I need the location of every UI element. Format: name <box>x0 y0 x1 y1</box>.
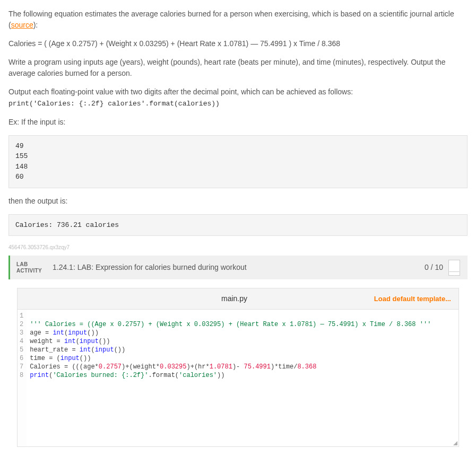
resize-handle-icon[interactable] <box>453 441 457 445</box>
problem-instructions: The following equation estimates the ave… <box>8 8 468 236</box>
line-number-gutter: 1 2 3 4 5 6 7 8 <box>18 310 27 446</box>
code-line: print('Calories burned: {:.2f}'.format('… <box>30 372 224 379</box>
intro-suffix: ): <box>33 21 38 29</box>
output-code-example: print('Calories: {:.2f} calories'.format… <box>8 100 220 108</box>
code-content[interactable]: ''' Calories = ((Age x 0.2757) + (Weight… <box>27 310 458 446</box>
lab-body: main.py Load default template... 1 2 3 4… <box>8 279 468 457</box>
task-text: Write a program using inputs age (years)… <box>8 57 468 79</box>
code-line: heart_rate = int(input()) <box>30 346 125 354</box>
code-line: ''' Calories = ((Age x 0.2757) + (Weight… <box>30 321 431 328</box>
score-badge-icon <box>448 260 460 276</box>
editor-header: main.py Load default template... <box>17 288 459 309</box>
example-output-block: Calories: 736.21 calories <box>8 214 468 236</box>
example-input-label: Ex: If the input is: <box>8 117 468 128</box>
editor-filename: main.py <box>162 293 306 304</box>
lab-activity-header: LAB ACTIVITY 1.24.1: LAB: Expression for… <box>8 256 468 279</box>
intro-text: The following equation estimates the ave… <box>8 10 454 29</box>
code-editor[interactable]: 1 2 3 4 5 6 7 8 ''' Calories = ((Age x 0… <box>17 309 459 447</box>
lab-label: LAB ACTIVITY <box>10 257 48 278</box>
lab-score: 0 / 10 <box>419 262 448 273</box>
code-line: weight = int(input()) <box>30 338 110 345</box>
example-input-block: 49 155 148 60 <box>8 135 468 188</box>
code-line: Calories = (((age*0.2757)+(weight*0.0329… <box>30 363 316 371</box>
load-default-template-link[interactable]: Load default template... <box>307 294 458 304</box>
output-hint: Output each floating-point value with tw… <box>8 86 468 109</box>
example-output-label: then the output is: <box>8 196 468 207</box>
code-line: age = int(input()) <box>30 329 99 337</box>
intro-paragraph: The following equation estimates the ave… <box>8 8 468 31</box>
content-id: 456476.3053726.qx3zqy7 <box>8 243 468 251</box>
equation-text: Calories = ( (Age x 0.2757) + (Weight x … <box>8 38 468 49</box>
code-line: time = (input()) <box>30 355 91 362</box>
lab-title: 1.24.1: LAB: Expression for calories bur… <box>48 256 419 279</box>
source-link[interactable]: source <box>11 21 33 29</box>
